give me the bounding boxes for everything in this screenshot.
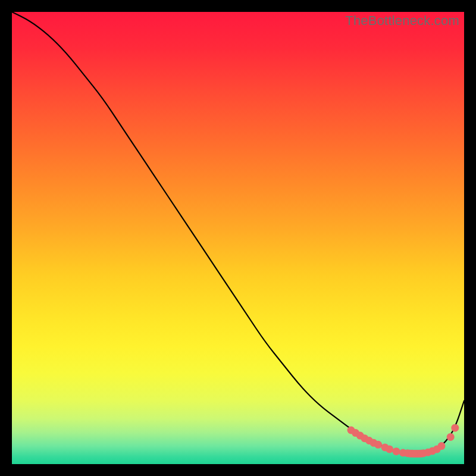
chart-frame: TheBottleneck.com	[12, 12, 464, 464]
data-marker	[438, 442, 446, 450]
data-marker	[386, 445, 393, 453]
gradient-background	[12, 12, 464, 464]
bottleneck-chart	[12, 12, 464, 464]
data-marker	[451, 424, 459, 432]
data-marker	[393, 447, 400, 455]
data-marker	[447, 433, 455, 441]
data-marker	[374, 441, 382, 449]
watermark-label: TheBottleneck.com	[345, 13, 459, 29]
